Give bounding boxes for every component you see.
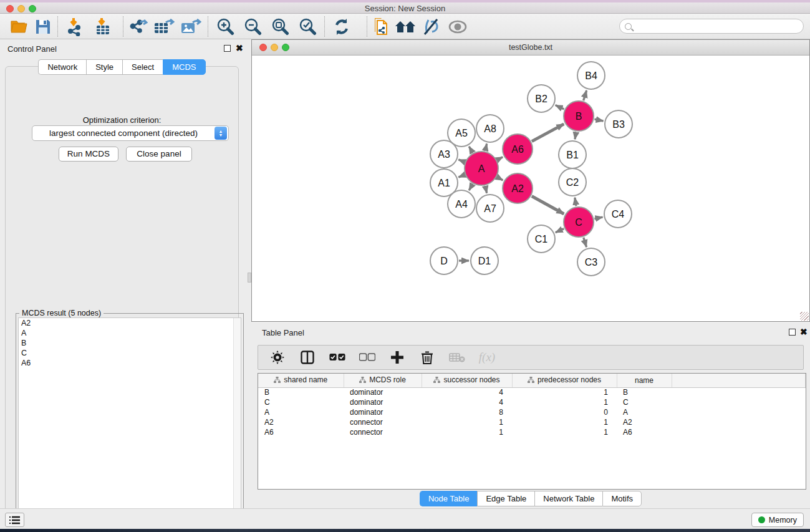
tab-network[interactable]: Network (38, 59, 86, 75)
node-table[interactable]: shared nameMCDS rolesuccessor nodesprede… (258, 373, 806, 490)
tab-select[interactable]: Select (122, 59, 163, 75)
zoom-in-icon[interactable] (215, 17, 236, 36)
edge-A2-C[interactable] (532, 196, 564, 214)
column-visibility-icon[interactable] (299, 349, 316, 365)
tab-mcds[interactable]: MCDS (163, 59, 205, 75)
graph-node-A2[interactable]: A2 (503, 173, 533, 203)
graph-node-A4[interactable]: A4 (448, 190, 475, 218)
edge-A-A2[interactable] (497, 177, 503, 180)
edge-A-A1[interactable] (458, 175, 465, 177)
result-list-scrollbar[interactable] (233, 318, 241, 523)
tab-edge-table[interactable]: Edge Table (477, 491, 534, 506)
edge-C-C3[interactable] (584, 238, 587, 247)
network-canvas[interactable]: B4B2BB3A8A5A6A3B1AA1C2A2A4A7C4CC1C3DD1 (253, 56, 809, 321)
gear-icon[interactable] (269, 349, 286, 365)
table-close-icon[interactable]: ✖ (800, 327, 808, 336)
edge-A-A8[interactable] (485, 143, 486, 150)
zoom-selected-icon[interactable] (297, 17, 318, 36)
home-icon[interactable] (395, 17, 416, 36)
search-input[interactable] (635, 22, 803, 31)
graph-node-A8[interactable]: A8 (476, 115, 504, 142)
export-network-icon[interactable] (127, 17, 148, 36)
hide-annotations-icon[interactable] (421, 17, 442, 36)
list-item[interactable]: A2 (19, 318, 241, 328)
edge-A-A6[interactable] (498, 157, 503, 160)
edge-C-C2[interactable] (575, 198, 576, 206)
column-header-shared-name[interactable]: shared name (258, 374, 344, 387)
edge-B-B4[interactable] (584, 90, 587, 100)
edge-B-B3[interactable] (594, 119, 603, 121)
graph-node-A7[interactable]: A7 (476, 195, 504, 222)
graph-node-B3[interactable]: B3 (605, 110, 632, 138)
table-row[interactable]: A6connector11A6 (258, 427, 806, 437)
import-table-icon[interactable] (92, 17, 113, 36)
import-network-icon[interactable] (64, 17, 85, 36)
graph-node-C1[interactable]: C1 (528, 225, 555, 253)
duplicate-network-icon[interactable] (371, 17, 392, 36)
graph-node-B[interactable]: B (564, 101, 594, 131)
tab-style[interactable]: Style (86, 59, 122, 75)
list-item[interactable]: C (19, 348, 241, 358)
list-item[interactable]: A6 (19, 358, 241, 368)
column-header-predecessor-nodes[interactable]: predecessor nodes (512, 374, 617, 387)
graph-node-C3[interactable]: C3 (577, 248, 605, 276)
mcds-result-list[interactable]: A2ABCA6 (18, 317, 241, 523)
zoom-fit-icon[interactable] (269, 17, 291, 36)
edge-A-A5[interactable] (469, 147, 473, 153)
open-file-icon[interactable] (9, 17, 30, 36)
edge-B-B1[interactable] (575, 132, 576, 140)
memory-button[interactable]: Memory (751, 513, 804, 527)
graph-node-C4[interactable]: C4 (604, 200, 632, 228)
float-panel-icon[interactable] (224, 45, 231, 52)
table-row[interactable]: Cdominator41C (258, 397, 806, 407)
search-field[interactable] (619, 19, 804, 34)
refresh-icon[interactable] (331, 17, 352, 36)
run-mcds-button[interactable]: Run MCDS (59, 147, 118, 162)
edge-A-A3[interactable] (458, 160, 465, 162)
list-item[interactable]: B (19, 338, 241, 348)
delete-column-icon[interactable] (419, 349, 435, 365)
edge-C-C4[interactable] (594, 217, 602, 219)
add-column-icon[interactable] (389, 349, 405, 365)
tab-node-table[interactable]: Node Table (420, 491, 478, 506)
optimization-criterion-dropdown[interactable]: largest connected component (directed) ▲… (32, 125, 229, 141)
node-table-header: shared nameMCDS rolesuccessor nodesprede… (258, 374, 806, 387)
graph-node-A3[interactable]: A3 (430, 140, 458, 168)
column-header-MCDS-role[interactable]: MCDS role (344, 374, 422, 387)
graph-node-B4[interactable]: B4 (577, 62, 605, 89)
graph-node-A6[interactable]: A6 (503, 134, 533, 164)
list-item[interactable]: A (19, 328, 241, 338)
network-window-titlebar[interactable]: testGlobe.txt (252, 40, 809, 56)
select-all-icon[interactable] (329, 349, 345, 365)
edge-A6-B[interactable] (532, 124, 564, 142)
graph-node-D1[interactable]: D1 (471, 247, 498, 274)
table-float-icon[interactable] (789, 329, 796, 336)
edge-A-A7[interactable] (485, 186, 486, 193)
eye-icon[interactable] (447, 17, 468, 36)
table-row[interactable]: Bdominator41B (258, 387, 806, 397)
graph-node-D[interactable]: D (430, 247, 458, 274)
table-row[interactable]: A2connector11A2 (258, 417, 806, 427)
graph-node-B2[interactable]: B2 (528, 85, 555, 112)
tab-motifs[interactable]: Motifs (602, 491, 642, 506)
edge-C-C1[interactable] (556, 229, 564, 233)
zoom-out-icon[interactable] (242, 17, 263, 36)
save-session-icon[interactable] (32, 17, 54, 36)
table-row[interactable]: Adominator80A (258, 407, 806, 417)
deselect-all-icon[interactable] (359, 349, 375, 365)
graph-node-B1[interactable]: B1 (559, 141, 586, 168)
task-history-button[interactable] (5, 513, 24, 527)
graph-node-A[interactable]: A (465, 152, 498, 185)
export-table-icon[interactable] (153, 17, 175, 36)
edge-B-B2[interactable] (556, 105, 564, 109)
column-header-name[interactable]: name (617, 374, 672, 387)
edge-A-A4[interactable] (469, 184, 473, 190)
tab-network-table[interactable]: Network Table (534, 491, 602, 506)
graph-node-C[interactable]: C (564, 207, 594, 237)
resize-grip-icon[interactable] (800, 312, 809, 321)
column-header-successor-nodes[interactable]: successor nodes (422, 374, 512, 387)
close-panel-button[interactable]: Close panel (126, 147, 192, 162)
graph-node-C2[interactable]: C2 (559, 168, 586, 196)
export-image-icon[interactable] (180, 17, 201, 36)
close-panel-icon[interactable]: ✖ (236, 44, 243, 52)
